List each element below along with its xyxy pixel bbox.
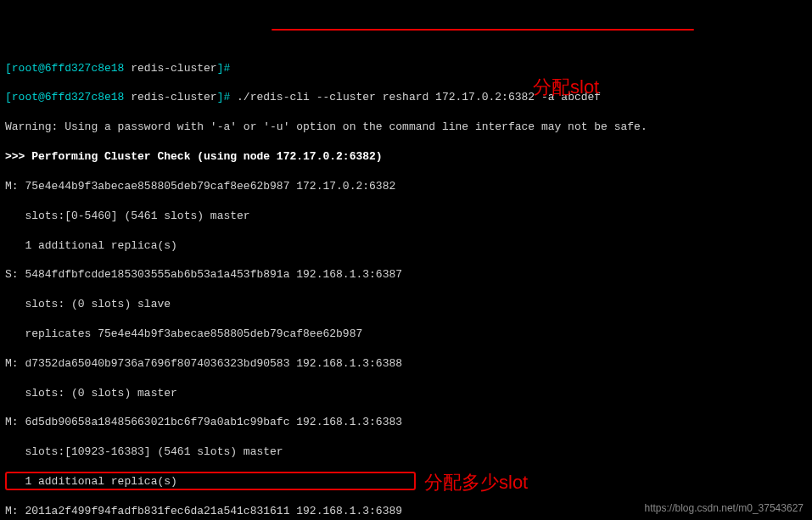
node-line: replicates 75e4e44b9f3abecae858805deb79c… [5,327,807,341]
prompt-user-host: [root@6ffd327c8e18 [5,62,131,75]
annotation-label: 分配多少slot [424,470,528,495]
watermark-text: https://blog.csdn.net/m0_37543627 [645,501,804,515]
node-line: M: 75e4e44b9f3abecae858805deb79caf8ee62b… [5,179,807,193]
check-header: >>> Performing Cluster Check (using node… [5,149,807,164]
prompt-dir: redis-cluster [131,62,216,75]
warning-line: Warning: Using a password with '-a' or '… [5,120,807,134]
node-line: slots: (0 slots) slave [5,297,807,311]
highlight-box [5,472,416,490]
prompt-user-host: [root@6ffd327c8e18 [5,91,131,103]
node-line: M: d7352da65040b9736a7696f8074036323bd90… [5,356,807,371]
node-line: M: 6d5db90658a18485663021bc6f79a0ab1c99b… [5,415,807,429]
prompt-end: ]# [217,91,237,103]
prompt-end: ]# [217,62,237,75]
prompt-dir: redis-cluster [131,91,216,103]
node-line: slots:[0-5460] (5461 slots) master [5,209,807,223]
underline-annotation [272,29,694,31]
node-line: slots:[10923-16383] (5461 slots) master [5,445,807,459]
node-line: 1 additional replica(s) [5,238,807,253]
node-line: slots: (0 slots) master [5,386,807,400]
node-line: S: 5484fdfbfcdde185303555ab6b53a1a453fb8… [5,267,807,282]
annotation-label: 分配slot [533,75,599,99]
